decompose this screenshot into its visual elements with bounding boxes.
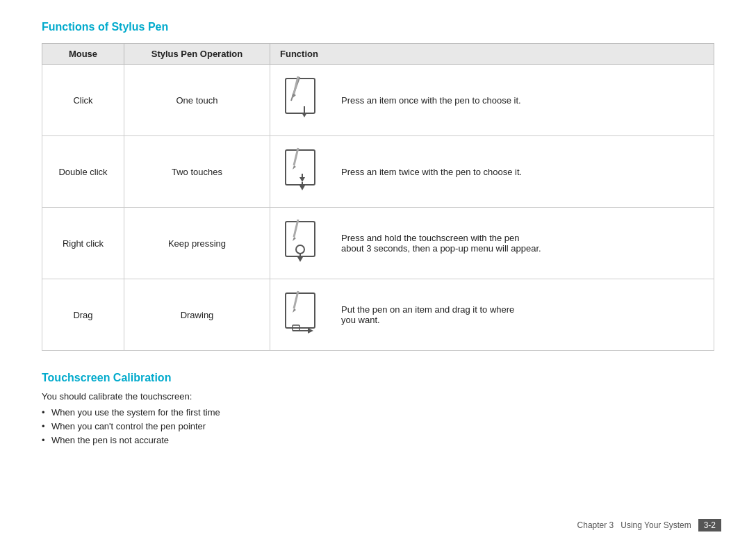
chapter-name: Using Your System (621, 520, 691, 530)
svg-rect-14 (286, 222, 315, 256)
svg-marker-9 (293, 165, 296, 170)
svg-point-17 (296, 245, 304, 254)
section-title: Functions of Stylus Pen (42, 21, 714, 33)
svg-rect-0 (286, 79, 315, 113)
function-double-click-text: Press an item twice with the pen to choo… (341, 167, 522, 177)
function-drag-text1: Put the pen on an item and drag it to wh… (341, 304, 514, 315)
table-row: Double click Two touches Press an item t… (42, 136, 714, 208)
operation-keep-pressing: Keep pressing (124, 208, 270, 279)
bullet-item: When you can't control the pen pointer (42, 421, 714, 431)
operation-one-touch: One touch (124, 65, 270, 136)
click-stylus-icon (280, 76, 329, 124)
table-row: Right click Keep pressing Press and hold… (42, 208, 714, 279)
stylus-functions-table: Mouse Stylus Pen Operation Function Clic… (42, 43, 714, 351)
function-right-click-text2: about 3 seconds, then a pop-up menu will… (341, 243, 541, 254)
bullet-item: When the pen is not accurate (42, 435, 714, 445)
double-click-stylus-icon (280, 147, 329, 196)
table-row: Click One touch (42, 65, 714, 136)
operation-two-touches: Two touches (124, 136, 270, 208)
bullet-item: When you use the system for the first ti… (42, 407, 714, 418)
calibration-intro: You should calibrate the touchscreen: (42, 391, 714, 402)
operation-drawing: Drawing (124, 279, 270, 351)
mouse-drag: Drag (42, 279, 124, 351)
col-header-function: Function (270, 44, 714, 65)
svg-marker-16 (293, 237, 296, 241)
chapter-label: Chapter 3 (577, 520, 614, 530)
calibration-bullets: When you use the system for the first ti… (42, 407, 714, 445)
touchscreen-calibration-title: Touchscreen Calibration (42, 372, 714, 384)
function-click-text: Press an item once with the pen to choos… (341, 95, 521, 106)
svg-marker-22 (293, 308, 296, 313)
col-header-mouse: Mouse (42, 44, 124, 65)
function-right-click: Press and hold the touchscreen with the … (270, 208, 714, 279)
table-row: Drag Drawing Put the pen on a (42, 279, 714, 351)
function-double-click: Press an item twice with the pen to choo… (270, 136, 714, 208)
touchscreen-calibration-section: Touchscreen Calibration You should calib… (42, 372, 714, 445)
svg-marker-13 (299, 186, 305, 190)
page-number: 3-2 (698, 519, 721, 531)
col-header-operation: Stylus Pen Operation (124, 44, 270, 65)
function-drag-text2: you want. (341, 315, 514, 325)
svg-rect-7 (286, 150, 315, 185)
page-footer: Chapter 3 Using Your System 3-2 (577, 519, 721, 531)
svg-marker-4 (302, 113, 307, 117)
drag-stylus-icon (280, 290, 329, 339)
function-right-click-text1: Press and hold the touchscreen with the … (341, 233, 541, 243)
mouse-right-click: Right click (42, 208, 124, 279)
function-click: Press an item once with the pen to choos… (270, 65, 714, 136)
right-click-stylus-icon (280, 219, 329, 267)
svg-rect-20 (286, 293, 315, 328)
mouse-click: Click (42, 65, 124, 136)
svg-marker-19 (297, 257, 303, 262)
svg-marker-11 (299, 177, 305, 182)
function-drag: Put the pen on an item and drag it to wh… (270, 279, 714, 351)
mouse-double-click: Double click (42, 136, 124, 208)
svg-line-2 (291, 97, 293, 101)
svg-marker-24 (308, 328, 313, 333)
